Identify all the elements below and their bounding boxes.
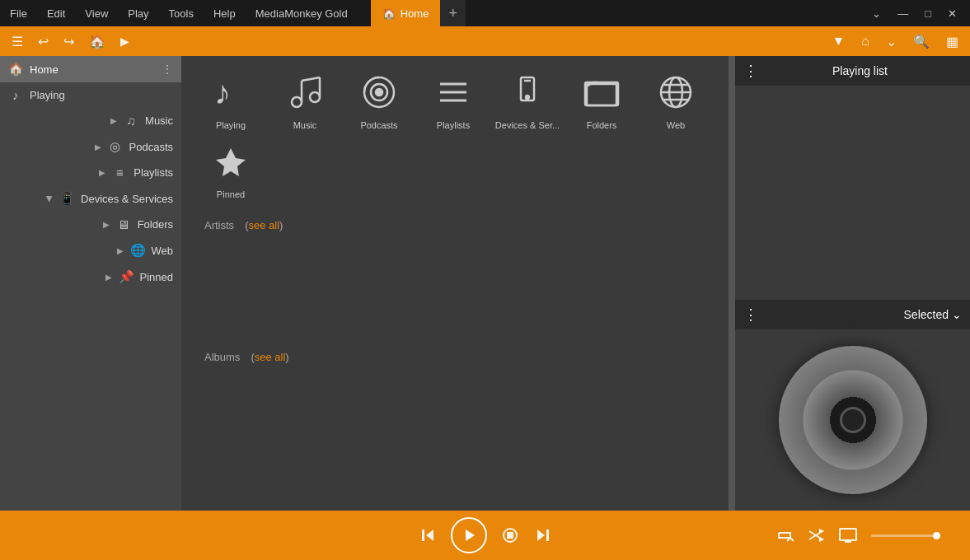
content-area: ♪ Playing Music <box>181 56 729 511</box>
qa-pinned-label: Pinned <box>217 189 245 199</box>
toolbar-columns-icon[interactable]: ▦ <box>941 32 963 51</box>
qa-playlists[interactable]: Playlists <box>420 69 486 130</box>
home-icon: 🏠 <box>8 62 23 77</box>
svg-marker-24 <box>466 530 475 541</box>
svg-rect-31 <box>840 529 856 540</box>
music-icon: ♫ <box>124 114 138 128</box>
home-menu-dots[interactable]: ⋮ <box>162 63 173 76</box>
devices-icon: 📱 <box>59 191 74 206</box>
sidebar-item-playing[interactable]: ♪ Playing <box>0 82 181 108</box>
qa-devices-label: Devices & Ser... <box>495 120 560 130</box>
qa-playing-label: Playing <box>216 120 246 130</box>
disc-center <box>840 407 866 433</box>
toolbar-search-icon[interactable]: 🔍 <box>908 32 935 51</box>
playing-list-header: ⋮ Playing list <box>735 56 970 86</box>
svg-rect-16 <box>587 84 616 105</box>
tab-add-button[interactable]: + <box>440 2 466 26</box>
qa-pinned[interactable]: Pinned <box>198 138 264 199</box>
sidebar-item-playlists[interactable]: ▶ ≡ Playlists <box>0 160 181 185</box>
disc-visualization <box>779 346 927 494</box>
tab-home[interactable]: 🏠 Home <box>371 0 441 26</box>
player-shuffle-button[interactable] <box>807 526 825 544</box>
player-prev-button[interactable] <box>418 525 438 545</box>
window-dropdown[interactable]: ⌄ <box>865 6 888 21</box>
albums-title: Albums <box>204 351 240 363</box>
pinned-arrow-icon: ▶ <box>105 273 112 282</box>
menu-mediamonkey[interactable]: MediaMonkey Gold <box>252 6 351 21</box>
window-maximize[interactable]: □ <box>918 6 938 21</box>
window-close[interactable]: ✕ <box>941 6 963 21</box>
qa-web-label: Web <box>667 120 685 130</box>
albums-section: Albums (see all) <box>181 338 729 469</box>
artists-header: Artists (see all) <box>181 206 729 240</box>
tab-bar: 🏠 Home + <box>371 0 466 26</box>
sidebar: 🏠 Home ⋮ ♪ Playing ▶ ♫ Music ▶ ◎ Podcast… <box>0 56 181 511</box>
podcasts-icon: ◎ <box>108 139 123 154</box>
selected-content <box>735 329 970 511</box>
player-next-button[interactable] <box>533 525 553 545</box>
qa-folders[interactable]: Folders <box>569 69 635 130</box>
qa-music[interactable]: Music <box>272 69 338 130</box>
menu-tools[interactable]: Tools <box>166 6 197 21</box>
toolbar-chevron-icon[interactable]: ⌄ <box>881 32 902 51</box>
artists-section: Artists (see all) <box>181 206 729 338</box>
artists-see-all[interactable]: see all <box>248 219 279 231</box>
qa-playing[interactable]: ♪ Playing <box>198 69 264 130</box>
sidebar-item-web[interactable]: ▶ 🌐 Web <box>0 237 181 264</box>
selected-label-area: Selected ⌄ <box>904 308 962 321</box>
qa-folders-label: Folders <box>587 120 617 130</box>
sidebar-item-folders[interactable]: ▶ 🖥 Folders <box>0 212 181 237</box>
player-cast-button[interactable] <box>838 525 858 545</box>
player-right-controls <box>776 525 937 545</box>
sidebar-label-home: Home <box>30 63 59 76</box>
menu-view[interactable]: View <box>82 6 111 21</box>
qa-web-icon <box>653 69 699 115</box>
toolbar-right-actions: ▼ ⌂ ⌄ 🔍 ▦ <box>827 32 963 51</box>
quick-access-bar: ♪ Playing Music <box>181 56 729 206</box>
toolbar-menu-icon[interactable]: ☰ <box>7 32 28 51</box>
sidebar-item-music[interactable]: ▶ ♫ Music <box>0 108 181 133</box>
toolbar-forward-button[interactable]: ▶ <box>115 33 134 49</box>
sidebar-item-home[interactable]: 🏠 Home ⋮ <box>0 56 181 82</box>
toolbar-filter-icon[interactable]: ▼ <box>827 32 850 50</box>
sidebar-item-podcasts[interactable]: ▶ ◎ Podcasts <box>0 133 181 160</box>
selected-chevron-icon[interactable]: ⌄ <box>952 308 962 321</box>
albums-see-all[interactable]: see all <box>255 351 286 363</box>
sidebar-item-pinned[interactable]: ▶ 📌 Pinned <box>0 264 181 290</box>
web-arrow-icon: ▶ <box>117 246 124 255</box>
titlebar: File Edit View Play Tools Help MediaMonk… <box>0 0 970 26</box>
player-repeat-button[interactable] <box>776 526 794 544</box>
sidebar-item-devices[interactable]: ▶ 📱 Devices & Services <box>0 185 181 212</box>
qa-playlists-icon <box>430 69 476 115</box>
folders-arrow-icon: ▶ <box>103 220 110 229</box>
player-bar <box>0 511 970 560</box>
toolbar-redo-button[interactable]: ↪ <box>59 32 79 51</box>
menu-play[interactable]: Play <box>124 6 152 21</box>
playing-icon: ♪ <box>8 88 23 102</box>
selected-menu[interactable]: ⋮ <box>743 306 758 324</box>
toolbar: ☰ ↩ ↪ 🏠 ▶ ▼ ⌂ ⌄ 🔍 ▦ <box>0 26 970 56</box>
menu-file[interactable]: File <box>7 6 30 21</box>
menu-edit[interactable]: Edit <box>44 6 68 21</box>
player-play-button[interactable] <box>451 517 487 553</box>
qa-podcasts-label: Podcasts <box>360 120 397 130</box>
player-stop-button[interactable] <box>500 525 520 545</box>
toolbar-home-button[interactable]: 🏠 <box>84 32 110 51</box>
qa-folders-icon <box>579 69 625 115</box>
qa-music-label: Music <box>293 120 317 130</box>
folders-icon: 🖥 <box>116 217 131 231</box>
volume-slider[interactable] <box>871 534 937 537</box>
main-layout: 🏠 Home ⋮ ♪ Playing ▶ ♫ Music ▶ ◎ Podcast… <box>0 56 970 511</box>
qa-devices[interactable]: Devices & Ser... <box>494 69 560 130</box>
scrollbar[interactable] <box>729 56 735 511</box>
sidebar-label-playlists: Playlists <box>134 166 173 179</box>
toolbar-home2-icon[interactable]: ⌂ <box>856 32 874 50</box>
qa-podcasts[interactable]: Podcasts <box>346 69 412 130</box>
svg-point-8 <box>376 89 382 96</box>
playing-list-menu[interactable]: ⋮ <box>743 62 758 80</box>
window-minimize[interactable]: — <box>891 6 915 21</box>
menu-help[interactable]: Help <box>210 6 239 21</box>
sidebar-label-podcasts: Podcasts <box>129 141 173 153</box>
toolbar-undo-button[interactable]: ↩ <box>33 32 54 51</box>
qa-web[interactable]: Web <box>643 69 709 130</box>
